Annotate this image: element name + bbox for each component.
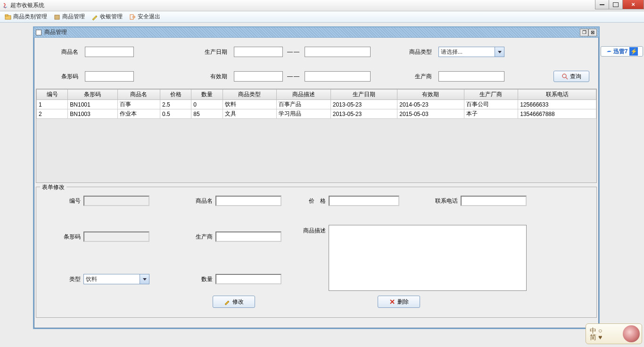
form-legend: 表单修改 <box>40 183 66 191</box>
cell-qty: 0 <box>191 100 223 109</box>
window-title: 超市收银系统 <box>10 1 44 9</box>
internal-titlebar: 商品管理 ❐ ⊠ <box>34 27 599 38</box>
query-button[interactable]: 查询 <box>553 71 589 82</box>
date-range-sep: —— <box>287 49 301 55</box>
col-prod-date: 生产日期 <box>330 90 397 100</box>
form-maker-input[interactable] <box>215 231 281 242</box>
cell-phone: 13546667888 <box>518 109 596 119</box>
internal-close-button[interactable]: ⊠ <box>588 29 597 36</box>
form-phone-input[interactable] <box>461 196 527 206</box>
col-price: 价格 <box>160 90 191 100</box>
menu-safe-exit[interactable]: 安全退出 <box>126 12 163 22</box>
cell-prod_date: 2013-05-23 <box>330 100 397 109</box>
form-barcode-input <box>83 231 149 242</box>
col-desc: 商品描述 <box>277 90 331 100</box>
form-edit-section: 表单修改 编号 商品名 价 格 联系电话 条形码 生产商 <box>36 187 597 318</box>
ime-line2: 简 ♥ <box>590 334 602 340</box>
search-expiry-from-input[interactable] <box>234 71 283 82</box>
cell-prod_date: 2013-05-23 <box>330 109 397 119</box>
window-menu-icon[interactable] <box>36 30 41 35</box>
button-label: 查询 <box>570 73 581 81</box>
label-manufacturer: 生产商 <box>397 73 435 81</box>
menu-cashier-mgmt[interactable]: 收银管理 <box>89 12 125 22</box>
search-category-select[interactable]: 请选择... <box>438 47 504 57</box>
table-row[interactable]: 1BN1001百事2.50饮料百事产品2013-05-232014-05-23百… <box>37 100 596 109</box>
java-icon <box>2 2 8 9</box>
svg-line-5 <box>566 77 568 79</box>
maximize-button[interactable] <box>609 0 623 9</box>
cell-id: 1 <box>37 100 68 109</box>
modify-button[interactable]: 修改 <box>213 296 255 308</box>
search-manufacturer-input[interactable] <box>438 71 504 82</box>
form-qty-input[interactable] <box>215 274 281 284</box>
cell-qty: 85 <box>191 109 223 119</box>
cell-desc: 百事产品 <box>277 100 331 109</box>
ime-line1: 中 ○ <box>590 327 602 334</box>
col-id: 编号 <box>37 90 68 100</box>
delete-button[interactable]: 删除 <box>378 296 420 308</box>
box-icon <box>54 14 60 20</box>
search-panel: 商品名 生产日期 —— 商品类型 请选择... 条形码 有效期 <box>34 38 599 89</box>
col-expiry: 有效期 <box>397 90 464 100</box>
form-name-input[interactable] <box>215 196 281 206</box>
form-price-input[interactable] <box>329 196 399 206</box>
cell-price: 2.5 <box>160 100 191 109</box>
menu-product-mgmt[interactable]: 商品管理 <box>51 12 88 22</box>
col-phone: 联系电话 <box>518 90 596 100</box>
ime-widget[interactable]: 中 ○ 简 ♥ <box>586 323 642 344</box>
pencil-icon <box>224 298 231 305</box>
cell-name: 百事 <box>117 100 160 109</box>
label-product-name: 商品名 <box>43 48 81 56</box>
xunlei-widget[interactable]: 迅雷7 ⚡ <box>601 46 643 57</box>
label-price: 价 格 <box>296 197 329 205</box>
label-barcode: 条形码 <box>43 73 81 81</box>
cell-price: 0.5 <box>160 109 191 119</box>
menu-category-mgmt[interactable]: 商品类别管理 <box>2 12 50 22</box>
bird-icon <box>606 48 612 55</box>
cell-category: 文具 <box>223 109 277 119</box>
rose-icon <box>623 325 640 342</box>
search-prod-date-from-input[interactable] <box>234 47 283 57</box>
label-expiry: 有效期 <box>192 73 230 81</box>
form-id-input <box>83 196 149 206</box>
cell-expiry: 2014-05-23 <box>397 100 464 109</box>
minimize-button[interactable] <box>595 0 609 9</box>
date-range-sep: —— <box>287 73 301 80</box>
cell-maker: 百事公司 <box>464 100 518 109</box>
col-barcode: 条形码 <box>68 90 117 100</box>
search-product-name-input[interactable] <box>85 47 134 57</box>
internal-max-button[interactable]: ❐ <box>580 29 588 36</box>
button-label: 修改 <box>232 298 244 306</box>
table-row[interactable]: 2BN1003作业本0.585文具学习用品2013-05-232015-05-0… <box>37 109 596 119</box>
svg-rect-1 <box>5 15 8 16</box>
search-barcode-input[interactable] <box>85 71 134 82</box>
cell-expiry: 2015-05-03 <box>397 109 464 119</box>
product-mgmt-window: 商品管理 ❐ ⊠ 商品名 生产日期 —— 商品类型 请选择... <box>33 26 600 329</box>
cell-barcode: BN1001 <box>68 100 117 109</box>
product-table[interactable]: 编号 条形码 商品名 价格 数量 商品类型 商品描述 生产日期 有效期 生产厂商… <box>36 89 597 183</box>
close-button[interactable] <box>622 0 644 9</box>
button-label: 删除 <box>397 298 409 306</box>
cell-maker: 本子 <box>464 109 518 119</box>
col-name: 商品名 <box>117 90 160 100</box>
label-name: 商品名 <box>178 197 215 205</box>
cell-phone: 125666633 <box>518 100 596 109</box>
bolt-icon: ⚡ <box>629 47 638 56</box>
search-expiry-to-input[interactable] <box>305 71 371 82</box>
table-header-row: 编号 条形码 商品名 价格 数量 商品类型 商品描述 生产日期 有效期 生产厂商… <box>37 90 596 100</box>
select-value: 请选择... <box>439 48 495 56</box>
svg-rect-2 <box>55 15 59 19</box>
main-titlebar: 超市收银系统 <box>0 0 644 11</box>
cell-name: 作业本 <box>117 109 160 119</box>
form-type-select[interactable]: 饮料 <box>83 274 149 284</box>
search-icon <box>561 73 568 80</box>
cell-id: 2 <box>37 109 68 119</box>
menu-label: 安全退出 <box>138 13 160 21</box>
search-prod-date-to-input[interactable] <box>305 47 371 57</box>
menu-label: 商品类别管理 <box>13 13 47 21</box>
chevron-down-icon <box>495 47 504 57</box>
menu-label: 商品管理 <box>62 13 85 21</box>
form-desc-textarea[interactable] <box>329 225 527 291</box>
cell-category: 饮料 <box>223 100 277 109</box>
label-phone: 联系电话 <box>428 197 461 205</box>
